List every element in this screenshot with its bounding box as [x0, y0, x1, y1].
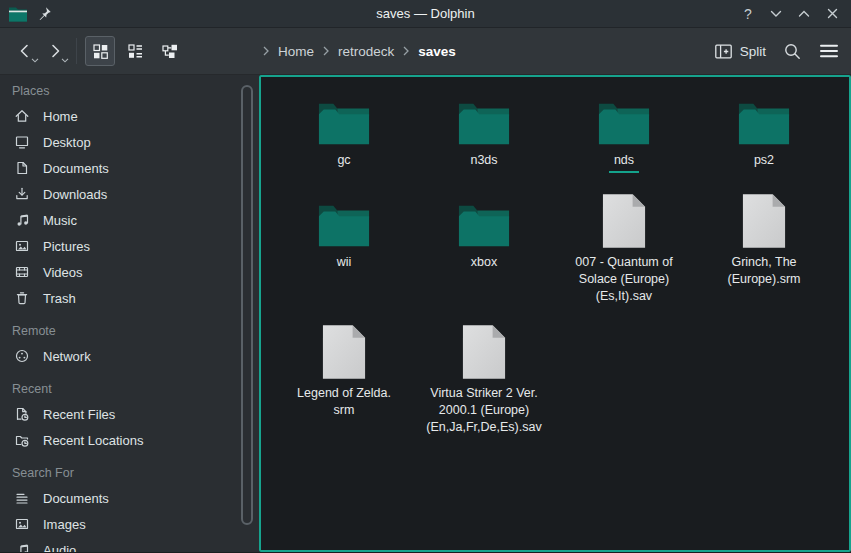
- network-icon: [14, 348, 30, 364]
- item-label: Legend of Zelda. srm: [297, 385, 391, 419]
- sidebar-item-label: Downloads: [43, 187, 107, 202]
- trash-icon: [14, 290, 30, 306]
- folder-item-nds[interactable]: nds: [554, 91, 694, 173]
- search-images-icon: [14, 516, 30, 532]
- breadcrumb-item-home[interactable]: Home: [278, 44, 314, 59]
- help-button[interactable]: ?: [737, 3, 759, 25]
- desktop-icon: [14, 134, 30, 150]
- sidebar-item-trash[interactable]: Trash: [0, 285, 259, 311]
- pin-icon[interactable]: [37, 6, 52, 21]
- chevron-down-icon: [61, 58, 69, 63]
- folder-icon: [457, 203, 511, 249]
- split-button[interactable]: Split: [714, 43, 766, 60]
- folder-item-gc[interactable]: gc: [274, 91, 414, 169]
- sidebar-item-desktop[interactable]: Desktop: [0, 129, 259, 155]
- breadcrumb-item-retrodeck[interactable]: retrodeck: [338, 44, 394, 59]
- sidebar-item-label: Network: [43, 349, 91, 364]
- search-icon: [783, 42, 802, 61]
- details-view-button[interactable]: [120, 36, 150, 66]
- tree-view-icon: [161, 43, 179, 60]
- item-label: Grinch, The (Europe).srm: [728, 254, 801, 288]
- sidebar-item-documents[interactable]: Documents: [0, 155, 259, 181]
- sidebar-item-label: Music: [43, 213, 77, 228]
- search-audio-icon: [14, 542, 30, 552]
- folder-icon: [317, 101, 371, 147]
- sidebar-item-recent-files[interactable]: Recent Files: [0, 401, 259, 427]
- sidebar-scrollbar[interactable]: [241, 85, 253, 525]
- folder-icon: [737, 101, 791, 147]
- recent-files-icon: [14, 406, 30, 422]
- sidebar-item-downloads[interactable]: Downloads: [0, 181, 259, 207]
- sidebar-item-search-documents[interactable]: Documents: [0, 485, 259, 511]
- chevron-down-icon: [770, 10, 782, 18]
- tree-view-button[interactable]: [155, 36, 185, 66]
- folder-icon: [317, 203, 371, 249]
- folder-item-wii[interactable]: wii: [274, 193, 414, 271]
- sidebar-item-home[interactable]: Home: [0, 103, 259, 129]
- icons-view-button[interactable]: [85, 36, 115, 66]
- app-folder-icon: [8, 5, 28, 22]
- back-button[interactable]: [10, 36, 40, 66]
- sidebar-item-videos[interactable]: Videos: [0, 259, 259, 285]
- image-icon: [14, 238, 30, 254]
- toolbar-separator: [76, 38, 77, 64]
- close-button[interactable]: [821, 3, 843, 25]
- document-icon: [14, 160, 30, 176]
- file-icon: [741, 193, 787, 249]
- breadcrumb: Home retrodeck saves: [263, 28, 456, 74]
- sidebar-item-search-audio[interactable]: Audio: [0, 537, 259, 552]
- forward-button[interactable]: [40, 36, 70, 66]
- file-item-virtua-striker-2[interactable]: Virtua Striker 2 Ver. 2000.1 (Europe) (E…: [414, 324, 554, 436]
- sidebar-item-label: Documents: [43, 161, 109, 176]
- recent-locations-icon: [14, 432, 30, 448]
- maximize-button[interactable]: [793, 3, 815, 25]
- file-item-grinch-the[interactable]: Grinch, The (Europe).srm: [694, 193, 834, 288]
- window-title: saves — Dolphin: [0, 6, 851, 21]
- item-label: gc: [337, 152, 350, 169]
- item-label: Virtua Striker 2 Ver. 2000.1 (Europe) (E…: [426, 385, 541, 436]
- sidebar-item-label: Pictures: [43, 239, 90, 254]
- folder-item-xbox[interactable]: xbox: [414, 193, 554, 271]
- breadcrumb-separator-icon[interactable]: [403, 46, 409, 56]
- sidebar-item-recent-locations[interactable]: Recent Locations: [0, 427, 259, 453]
- item-label: n3ds: [470, 152, 497, 169]
- sidebar-item-network[interactable]: Network: [0, 343, 259, 369]
- folder-item-ps2[interactable]: ps2: [694, 91, 834, 169]
- hamburger-menu-icon: [819, 43, 839, 59]
- music-icon: [14, 212, 30, 228]
- sidebar-item-label: Audio: [43, 543, 76, 553]
- menu-button[interactable]: [819, 43, 839, 59]
- breadcrumb-separator-icon[interactable]: [263, 46, 269, 56]
- titlebar: saves — Dolphin ?: [0, 0, 851, 28]
- search-documents-icon: [14, 490, 30, 506]
- chevron-up-icon: [798, 10, 810, 18]
- home-icon: [14, 108, 30, 124]
- sidebar-item-label: Desktop: [43, 135, 91, 150]
- toolbar: Home retrodeck saves Split: [0, 28, 851, 75]
- breadcrumb-separator-icon[interactable]: [323, 46, 329, 56]
- sidebar-item-music[interactable]: Music: [0, 207, 259, 233]
- minimize-button[interactable]: [765, 3, 787, 25]
- section-header-recent: Recent: [0, 369, 259, 401]
- section-header-remote: Remote: [0, 311, 259, 343]
- folder-item-n3ds[interactable]: n3ds: [414, 91, 554, 169]
- file-icon: [321, 324, 367, 380]
- item-label: 007 - Quantum of Solace (Europe) (Es,It)…: [575, 254, 672, 305]
- folder-view[interactable]: gc n3ds nds ps2: [259, 75, 851, 552]
- icons-view-icon: [92, 43, 109, 60]
- sidebar-item-pictures[interactable]: Pictures: [0, 233, 259, 259]
- breadcrumb-current[interactable]: saves: [418, 44, 456, 59]
- details-view-icon: [127, 43, 144, 60]
- search-button[interactable]: [783, 42, 802, 61]
- sidebar-item-label: Videos: [43, 265, 83, 280]
- folder-icon: [597, 101, 651, 147]
- file-item-007-quantum-of-solace[interactable]: 007 - Quantum of Solace (Europe) (Es,It)…: [554, 193, 694, 305]
- sidebar-item-search-images[interactable]: Images: [0, 511, 259, 537]
- download-icon: [14, 186, 30, 202]
- section-header-search-for: Search For: [0, 453, 259, 485]
- file-item-legend-of-zelda[interactable]: Legend of Zelda. srm: [274, 324, 414, 419]
- split-view-icon: [714, 43, 733, 60]
- item-label: xbox: [471, 254, 497, 271]
- item-label-hovered: nds: [609, 152, 639, 173]
- sidebar-item-label: Trash: [43, 291, 76, 306]
